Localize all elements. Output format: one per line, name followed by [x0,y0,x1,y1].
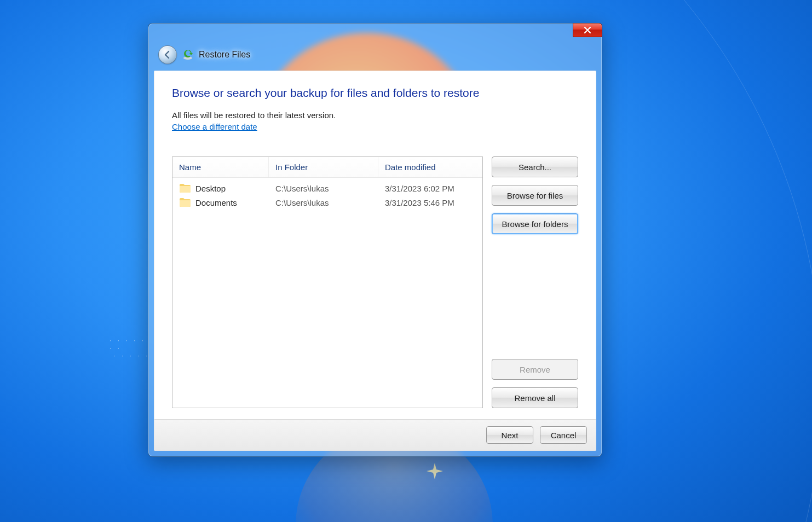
wallpaper-sparkle-icon [422,460,448,486]
search-button[interactable]: Search... [492,156,578,177]
wizard-header: Restore Files [148,39,602,71]
wizard-footer: Next Cancel [154,419,596,450]
items-listview[interactable]: Name In Folder Date modified Desktop [172,156,483,408]
folder-icon [179,183,191,194]
listview-header: Name In Folder Date modified [172,157,482,178]
content-area: Browse or search your backup for files a… [154,71,596,419]
mid-section: Name In Folder Date modified Desktop [172,156,578,408]
remove-all-button[interactable]: Remove all [492,387,578,408]
restore-files-window: Restore Files Browse or search your back… [148,23,602,457]
col-header-folder[interactable]: In Folder [269,157,378,177]
wallpaper-dots: · · · · · · · · · · · · [110,337,153,353]
item-date: 3/31/2023 5:46 PM [385,198,454,207]
item-folder: C:\Users\lukas [275,184,329,193]
cancel-button[interactable]: Cancel [540,426,587,444]
item-date: 3/31/2023 6:02 PM [385,184,454,193]
restore-files-icon [182,49,193,60]
spacer [492,242,578,351]
col-header-name[interactable]: Name [172,157,269,177]
item-name: Desktop [195,184,226,193]
folder-icon [179,197,191,208]
col-header-date[interactable]: Date modified [378,157,482,177]
item-folder: C:\Users\lukas [275,198,329,207]
side-buttons: Search... Browse for files Browse for fo… [492,156,578,408]
choose-different-date-link[interactable]: Choose a different date [172,122,578,131]
close-button[interactable] [573,23,602,37]
desktop-background: · · · · · · · · · · · · Restore Files [0,0,812,522]
back-button[interactable] [158,45,177,64]
browse-files-button[interactable]: Browse for files [492,185,578,206]
page-heading: Browse or search your backup for files a… [172,86,578,100]
version-note: All files will be restored to their late… [172,111,578,120]
listview-body: Desktop C:\Users\lukas 3/31/2023 6:02 PM [172,178,482,408]
client-area: Browse or search your backup for files a… [154,71,596,451]
item-name: Documents [195,198,237,207]
wizard-title: Restore Files [199,50,250,60]
browse-folders-button[interactable]: Browse for folders [492,213,578,234]
list-item[interactable]: Desktop C:\Users\lukas 3/31/2023 6:02 PM [172,181,482,195]
list-item[interactable]: Documents C:\Users\lukas 3/31/2023 5:46 … [172,195,482,210]
titlebar [148,24,602,39]
next-button[interactable]: Next [486,426,533,444]
remove-button: Remove [492,359,578,380]
